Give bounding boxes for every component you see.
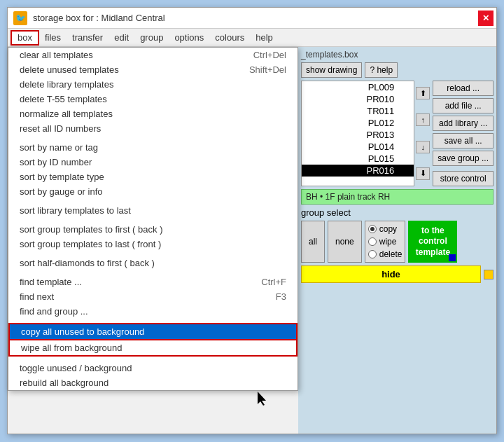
- template-entry-TR011[interactable]: TR011: [302, 105, 414, 117]
- main-window: 🐦 storage box for : Midland Central ✕ bo…: [7, 7, 497, 434]
- menu-sort-group-to-last[interactable]: sort group templates to last ( front ): [8, 237, 298, 251]
- file-label: _templates.box: [301, 50, 358, 60]
- move-top-button[interactable]: ⬆: [416, 87, 430, 99]
- reload-button[interactable]: reload ...: [433, 81, 493, 96]
- hide-checkbox[interactable]: [484, 270, 493, 279]
- to-control-template-label: to thecontroltemplate: [416, 226, 450, 257]
- template-list-section: PL009 PR010 TR011 PL012 PR013 PL014 PL01…: [301, 81, 493, 186]
- track-info-bar: BH • 1F plain track RH: [301, 189, 493, 205]
- close-button[interactable]: ✕: [478, 11, 493, 26]
- menu-copy-all-unused-to-background[interactable]: copy all unused to background: [8, 323, 298, 340]
- template-list-area: PL009 PR010 TR011 PL012 PR013 PL014 PL01…: [301, 81, 430, 186]
- menu-delete-unused-templates[interactable]: delete unused templates Shift+Del: [8, 62, 298, 77]
- copy-wipe-delete-panel: copy wipe delete to: [365, 221, 458, 263]
- menu-sort-by-template-type[interactable]: sort by template type: [8, 170, 298, 184]
- app-icon: 🐦: [13, 11, 27, 25]
- menu-sort-by-name-or-tag[interactable]: sort by name or tag: [8, 140, 298, 155]
- template-entry-PL012[interactable]: PL012: [302, 117, 414, 129]
- control-template-checkbox: [449, 254, 456, 261]
- menu-sort-half-diamonds-to-first[interactable]: sort half-diamonds to first ( back ): [8, 256, 298, 270]
- template-entry-PR016[interactable]: PR016: [302, 165, 414, 177]
- add-file-button[interactable]: add file ...: [433, 98, 493, 113]
- help-button[interactable]: ? help: [365, 62, 398, 78]
- save-group-button[interactable]: save group ...: [433, 151, 493, 166]
- cursor-arrow: [256, 392, 267, 408]
- menu-options[interactable]: options: [169, 30, 209, 46]
- radio-copy-dot: [368, 225, 377, 233]
- menu-wipe-all-from-background[interactable]: wipe all from background: [8, 340, 298, 357]
- hide-button[interactable]: hide: [301, 265, 481, 283]
- menu-delete-t55-templates[interactable]: delete T-55 templates: [8, 92, 298, 106]
- template-entry-PR013[interactable]: PR013: [302, 129, 414, 141]
- menu-colours[interactable]: colours: [209, 30, 250, 46]
- menu-delete-library-templates[interactable]: delete library templates: [8, 77, 298, 92]
- menu-sort-group-to-first[interactable]: sort group templates to first ( back ): [8, 222, 298, 237]
- template-entry-PL009[interactable]: PL009: [302, 81, 414, 93]
- menu-clear-all-templates[interactable]: clear all templates Ctrl+Del: [8, 48, 298, 62]
- window-title: storage box for : Midland Central: [33, 13, 165, 23]
- title-bar: 🐦 storage box for : Midland Central ✕: [8, 8, 496, 29]
- template-entry-PL015[interactable]: PL015: [302, 153, 414, 165]
- menu-sort-library-to-last[interactable]: sort library templates to last: [8, 203, 298, 218]
- to-control-template-button[interactable]: to thecontroltemplate: [408, 221, 457, 263]
- menu-rebuild-all-background[interactable]: rebuild all background: [8, 375, 298, 390]
- radio-delete-dot: [368, 250, 377, 258]
- right-action-buttons: reload ... add file ... add library ... …: [433, 81, 493, 186]
- template-entry-PR010[interactable]: PR010: [302, 93, 414, 105]
- show-drawing-button[interactable]: show drawing: [301, 62, 362, 78]
- menu-help[interactable]: help: [250, 30, 279, 46]
- hide-row: hide: [301, 265, 493, 283]
- radio-options-panel: copy wipe delete: [365, 221, 406, 263]
- top-action-buttons: show drawing ? help: [301, 62, 493, 78]
- menu-files[interactable]: files: [39, 30, 66, 46]
- group-select-row: group select: [301, 207, 493, 218]
- radio-wipe[interactable]: wipe: [368, 237, 402, 247]
- menu-reset-all-id-numbers[interactable]: reset all ID numbers: [8, 121, 298, 136]
- radio-wipe-dot: [368, 237, 377, 246]
- template-list: PL009 PR010 TR011 PL012 PR013 PL014 PL01…: [301, 81, 414, 186]
- file-header-row: _templates.box: [301, 50, 493, 60]
- menu-find-and-group[interactable]: find and group ...: [8, 304, 298, 319]
- move-down-button[interactable]: ↓: [416, 141, 430, 153]
- action-row: all none copy wipe: [301, 221, 493, 263]
- all-button[interactable]: all: [301, 221, 325, 263]
- box-dropdown-menu: clear all templates Ctrl+Del delete unus…: [8, 47, 298, 391]
- radio-delete[interactable]: delete: [368, 249, 402, 259]
- move-bottom-button[interactable]: ⬇: [416, 167, 430, 180]
- add-library-button[interactable]: add library ...: [433, 116, 493, 131]
- radio-delete-label: delete: [379, 249, 402, 259]
- move-up-button[interactable]: ↑: [416, 113, 430, 126]
- menu-bar: box files transfer edit group options co…: [8, 29, 496, 47]
- menu-normalize-all-templates[interactable]: normalize all templates: [8, 106, 298, 121]
- menu-sort-by-id-number[interactable]: sort by ID number: [8, 155, 298, 170]
- menu-find-template[interactable]: find template ... Ctrl+F: [8, 275, 298, 289]
- svg-marker-0: [258, 392, 266, 406]
- group-select-label: group select: [301, 207, 351, 218]
- menu-box[interactable]: box: [10, 30, 39, 46]
- menu-toggle-unused-background[interactable]: toggle unused / background: [8, 361, 298, 375]
- menu-group[interactable]: group: [134, 30, 169, 46]
- save-all-button[interactable]: save all ...: [433, 133, 493, 149]
- menu-edit[interactable]: edit: [108, 30, 134, 46]
- store-control-button[interactable]: store control: [433, 171, 493, 186]
- radio-wipe-label: wipe: [379, 237, 397, 247]
- radio-copy-label: copy: [379, 224, 397, 234]
- arrow-controls: ⬆ ↑ ↓ ⬇: [416, 81, 430, 186]
- bottom-section: group select all none copy: [301, 207, 493, 283]
- radio-copy[interactable]: copy: [368, 224, 402, 234]
- menu-transfer[interactable]: transfer: [66, 30, 108, 46]
- right-panel: _templates.box show drawing ? help PL009…: [298, 47, 496, 434]
- none-button[interactable]: none: [328, 221, 362, 263]
- menu-sort-by-gauge-or-info[interactable]: sort by gauge or info: [8, 184, 298, 199]
- menu-find-next[interactable]: find next F3: [8, 289, 298, 304]
- all-none-buttons: all none: [301, 221, 362, 263]
- template-entry-PL014[interactable]: PL014: [302, 141, 414, 153]
